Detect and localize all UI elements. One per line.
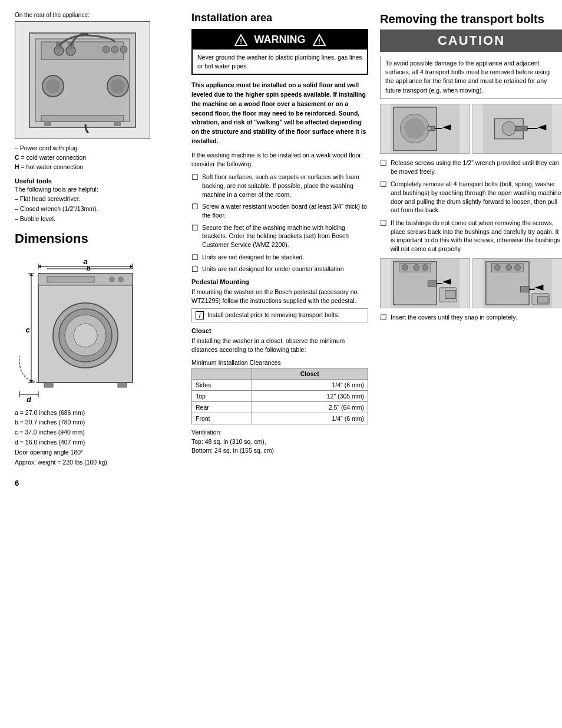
transport-step-4-text: Insert the covers until they snap in com… (391, 313, 517, 322)
tool-1: – Flat head screwdriver. (15, 194, 180, 204)
dim-a: a = 27.0 inches (686 mm) (15, 408, 180, 418)
page-number: 6 (15, 479, 180, 487)
transport-checkbox-1: ☐ (380, 159, 387, 167)
svg-marker-43 (130, 265, 133, 268)
caution-body: To avoid possible damage to the applianc… (380, 55, 562, 99)
warning-triangle-left-icon: ! (234, 34, 247, 46)
install-weak-text: If the washing machine is to be installe… (191, 151, 368, 170)
svg-point-7 (103, 46, 110, 53)
svg-point-53 (404, 118, 425, 139)
dim-b: b = 30.7 inches (780 mm) (15, 417, 180, 427)
middle-column: Installation area ! WARNING ! Never grou… (189, 12, 371, 487)
pedestal-title: Pedestal Mounting (191, 278, 368, 285)
transport-step-3: ☐ If the bushings do not come out when r… (380, 219, 562, 253)
svg-point-68 (402, 265, 408, 271)
checkbox-2: ☐ Screw a water resistant wooden board (… (191, 202, 368, 219)
ventilation-text: Ventilation: Top: 48 sq. in (310 sq. cm)… (191, 428, 368, 456)
checkbox-icon-2: ☐ (191, 203, 199, 210)
transport-images-top (380, 104, 562, 154)
table-row-sides: Sides 1/4" (6 mm) (192, 379, 368, 390)
checkbox-3: ☐ Secure the feet of the washing machine… (191, 223, 368, 249)
svg-point-70 (422, 265, 428, 271)
svg-point-9 (120, 46, 127, 53)
right-column: Removing the transport bolts CAUTION To … (377, 12, 562, 487)
dim-c: c = 37.0 inches (940 mm) (15, 427, 180, 437)
closet-title: Closet (191, 327, 368, 334)
tools-list: – Flat head screwdriver. – Closed wrench… (15, 194, 180, 223)
svg-rect-75 (445, 290, 456, 298)
warning-box: ! WARNING ! Never ground the washer to p… (191, 29, 368, 75)
svg-rect-14 (41, 116, 124, 121)
checkbox-4: ☐ Units are not designed to be stacked. (191, 253, 368, 262)
approx-weight: Approx. weight = 220 lbs (100 kg) (15, 457, 180, 467)
warning-body: Never ground the washer to plastic plumb… (193, 50, 367, 74)
checkbox-icon-5: ☐ (191, 265, 199, 273)
tool-3: – Bubble level. (15, 214, 180, 224)
dim-d: d = 16.0 inches (407 mm) (15, 437, 180, 447)
svg-point-25 (118, 276, 124, 282)
svg-rect-15 (44, 121, 51, 126)
checkbox-text-1: Soft floor surfaces, such as carpets or … (202, 173, 368, 199)
dim-values: a = 27.0 inches (686 mm) b = 30.7 inches… (15, 408, 180, 467)
warning-label: WARNING (254, 34, 306, 46)
warning-triangle-right-icon: ! (313, 34, 326, 46)
svg-rect-71 (428, 281, 437, 286)
svg-point-22 (74, 324, 97, 347)
transport-step-2: ☐ Completely remove all 4 transport bolt… (380, 180, 562, 215)
checkbox-text-5: Units are not designed for under counter… (202, 265, 343, 274)
row-sides-value: 1/4" (6 mm) (252, 379, 368, 390)
checkbox-text-4: Units are not designed to be stacked. (202, 253, 304, 262)
transport-images-bottom (380, 258, 562, 308)
parts-list: – Power cord with plug. C = cold water c… (15, 144, 180, 172)
checkbox-text-2: Screw a water resistant wooden board (at… (202, 202, 368, 219)
useful-tools-title: Useful tools (15, 177, 180, 185)
svg-rect-27 (118, 383, 127, 387)
transport-checkbox-4: ☐ (380, 314, 387, 321)
checkbox-icon-4: ☐ (191, 253, 199, 261)
svg-point-62 (520, 126, 526, 131)
svg-point-80 (506, 265, 512, 271)
checkbox-text-3: Secure the feet of the washing machine w… (202, 223, 368, 249)
svg-rect-82 (520, 286, 529, 292)
dimensions-title: Dimensions (15, 231, 180, 246)
checkbox-icon-1: ☐ (191, 173, 199, 181)
svg-text:d: d (27, 395, 32, 403)
svg-marker-44 (29, 274, 33, 276)
checkbox-icon-3: ☐ (191, 224, 199, 232)
svg-point-81 (515, 265, 521, 271)
table-col-closet: Closet (252, 368, 368, 379)
row-rear-value: 2.5" (64 mm) (252, 401, 368, 413)
checkbox-1: ☐ Soft floor surfaces, such as carpets o… (191, 173, 368, 199)
svg-text:!: ! (318, 38, 320, 45)
transport-checkbox-3: ☐ (380, 219, 387, 227)
tool-2: – Closed wrench (1/2"/13mm). (15, 204, 180, 214)
svg-point-8 (111, 46, 118, 53)
clearances-table: Closet Sides 1/4" (6 mm) Top 12" (305 mm… (191, 368, 368, 424)
svg-text:!: ! (240, 38, 242, 45)
caution-header: CAUTION (380, 29, 562, 52)
transport-step-1: ☐ Release screws using the 1/2" wrench p… (380, 159, 562, 176)
warning-header: ! WARNING ! (193, 30, 367, 50)
part-item-cold: C = cold water connection (15, 153, 180, 163)
useful-tools-intro: The following tools are helpful: (15, 186, 180, 193)
transport-step-4-container: ☐ Insert the covers until they snap in c… (380, 313, 562, 322)
svg-point-13 (111, 79, 125, 93)
svg-point-79 (494, 265, 500, 271)
transport-title: Removing the transport bolts (380, 12, 562, 26)
table-row-rear: Rear 2.5" (64 mm) (192, 401, 368, 413)
svg-rect-23 (47, 276, 94, 282)
transport-step-1-text: Release screws using the 1/2" wrench pro… (391, 159, 562, 176)
svg-point-60 (502, 121, 515, 135)
transport-steps: ☐ Release screws using the 1/2" wrench p… (380, 159, 562, 253)
checkbox-5: ☐ Units are not designed for under count… (191, 265, 368, 274)
clearances-table-container: Minimum Installation Clearances Closet S… (191, 359, 368, 424)
install-title: Installation area (191, 12, 368, 24)
row-sides-label: Sides (192, 379, 252, 390)
transport-step-2-text: Completely remove all 4 transport bolts … (391, 180, 562, 215)
svg-marker-45 (29, 380, 33, 383)
row-top-value: 12" (305 mm) (252, 390, 368, 401)
row-top-label: Top (192, 390, 252, 401)
svg-text:b: b (87, 265, 91, 272)
install-bold-text: This appliance must be installed on a so… (191, 81, 368, 146)
svg-marker-42 (38, 265, 41, 268)
